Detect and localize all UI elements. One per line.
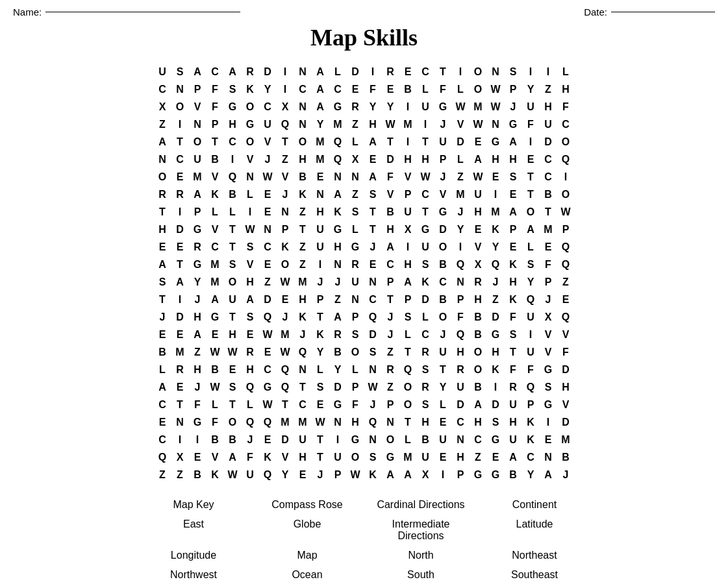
grid-cell: H [242, 361, 259, 378]
word-list-item: Northeast [478, 547, 592, 564]
grid-cell: N [540, 448, 557, 466]
grid-cell: J [434, 326, 452, 343]
grid-cell: I [171, 431, 189, 448]
grid-cell: I [329, 431, 347, 448]
grid-cell: G [242, 116, 259, 133]
grid-cell: B [207, 361, 224, 378]
grid-cell: P [452, 466, 470, 483]
grid-cell: A [382, 466, 399, 483]
grid-cell: T [434, 361, 452, 378]
grid-cell: I [277, 80, 294, 98]
grid-cell: H [189, 308, 207, 326]
grid-cell: G [540, 361, 557, 378]
grid-cell: H [487, 343, 505, 361]
grid-cell: A [189, 326, 207, 343]
grid-cell: X [347, 151, 364, 168]
grid-cell: T [382, 291, 399, 308]
grid-cell: M [452, 186, 470, 203]
grid-cell: B [294, 168, 312, 186]
grid-cell: A [505, 133, 522, 151]
grid-cell: P [452, 291, 470, 308]
grid-cell: E [399, 63, 417, 80]
grid-cell: J [434, 168, 452, 186]
grid-cell: C [329, 80, 347, 98]
grid-cell: Y [329, 361, 347, 378]
grid-cell: O [242, 133, 259, 151]
grid-cell: A [505, 203, 522, 221]
grid-cell: R [329, 326, 347, 343]
grid-cell: K [487, 221, 505, 238]
grid-cell: K [242, 80, 259, 98]
grid-cell: I [540, 63, 557, 80]
grid-cell: Q [242, 378, 259, 396]
grid-cell: O [470, 63, 487, 80]
grid-cell: N [347, 291, 364, 308]
grid-cell: W [259, 326, 277, 343]
grid-cell: Q [259, 308, 277, 326]
grid-cell: G [259, 378, 277, 396]
grid-cell: A [154, 133, 171, 151]
grid-cell: W [277, 343, 294, 361]
grid-cell: G [540, 396, 557, 413]
grid-cell: S [347, 203, 364, 221]
grid-cell: T [224, 238, 242, 256]
grid-cell: U [242, 466, 259, 483]
grid-cell: S [417, 361, 434, 378]
grid-cell: B [434, 256, 452, 273]
grid-cell: H [452, 448, 470, 466]
grid-cell: W [364, 378, 382, 396]
grid-cell: M [294, 273, 312, 291]
grid-cell: R [242, 343, 259, 361]
grid-cell: R [154, 186, 171, 203]
grid-cell: A [312, 63, 329, 80]
grid-row: AEJWSQGQTSDPWZORYUBIRQSH [154, 378, 575, 396]
grid-cell: S [417, 396, 434, 413]
grid-cell: G [224, 98, 242, 116]
grid-cell: F [207, 98, 224, 116]
grid-cell: O [434, 238, 452, 256]
grid-cell: A [154, 378, 171, 396]
grid-cell: U [434, 133, 452, 151]
grid-cell: T [171, 396, 189, 413]
grid-cell: Y [364, 98, 382, 116]
grid-cell: A [329, 186, 347, 203]
grid-cell: O [224, 273, 242, 291]
grid-cell: G [434, 98, 452, 116]
grid-cell: D [347, 63, 364, 80]
grid-cell: I [312, 256, 329, 273]
grid-cell: D [259, 291, 277, 308]
grid-cell: T [399, 413, 417, 431]
grid-cell: U [294, 431, 312, 448]
grid-cell: J [434, 116, 452, 133]
grid-cell: I [399, 98, 417, 116]
name-underline [45, 12, 240, 12]
grid-cell: J [189, 378, 207, 396]
grid-cell: P [347, 308, 364, 326]
grid-cell: W [417, 168, 434, 186]
grid-cell: E [171, 326, 189, 343]
grid-cell: P [399, 186, 417, 203]
grid-cell: T [294, 221, 312, 238]
grid-cell: I [452, 238, 470, 256]
grid-cell: Z [294, 203, 312, 221]
grid-cell: D [557, 361, 575, 378]
grid-cell: P [557, 221, 575, 238]
grid-cell: D [452, 133, 470, 151]
grid-cell: Q [452, 326, 470, 343]
grid-cell: J [312, 273, 329, 291]
grid-cell: D [417, 291, 434, 308]
grid-cell: J [487, 273, 505, 291]
grid-cell: I [487, 186, 505, 203]
grid-cell: A [154, 256, 171, 273]
grid-cell: F [557, 343, 575, 361]
grid-cell: I [399, 133, 417, 151]
grid-cell: T [540, 203, 557, 221]
grid-cell: I [522, 133, 540, 151]
grid-cell: L [347, 221, 364, 238]
grid-cell: I [399, 238, 417, 256]
grid-cell: L [242, 186, 259, 203]
grid-cell: E [557, 291, 575, 308]
grid-cell: A [470, 151, 487, 168]
grid-row: JDHGTSQJKTAPQJSLOFBDFUXQ [154, 308, 575, 326]
grid-cell: Y [259, 80, 277, 98]
